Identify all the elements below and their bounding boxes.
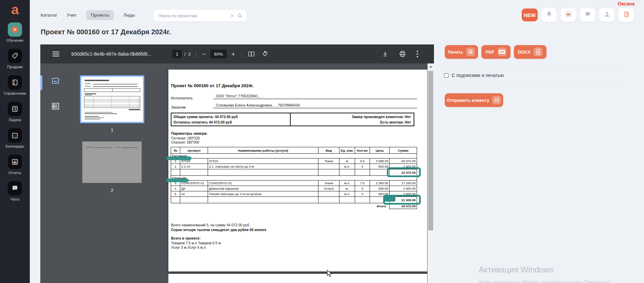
thumbnail-page-2[interactable]: [82, 142, 142, 183]
messages-button[interactable]: [580, 8, 595, 22]
username[interactable]: Оксана: [618, 1, 635, 6]
app-logo[interactable]: a: [11, 3, 19, 16]
doc-footer-line: Услуг 3 м.Услуг 6 м.п.: [171, 245, 266, 250]
search-icon[interactable]: [237, 13, 243, 18]
panel-divider: [445, 68, 620, 68]
sidebar-item-otchety[interactable]: Отчеты: [0, 155, 30, 181]
signatures-checkbox-row[interactable]: С подписями и печатью: [444, 73, 504, 78]
pdf-button-label: PDF: [486, 50, 495, 55]
pdf-body: 1 2 Проект № 000160 от 17 Декабря 2024г.…: [40, 63, 434, 283]
document-page-1: Проект № 000160 от 17 Декабря 2024г. Исп…: [168, 70, 427, 271]
clear-search-icon[interactable]: ✕: [230, 13, 234, 18]
measure-param: Гостиная: 180*220: [171, 136, 200, 140]
pdf-scrollbar: [428, 63, 434, 283]
tasks-icon: [8, 102, 22, 116]
user-icon: [603, 11, 611, 19]
pdf-filename: b50d65c1-8e4b-487e-8aba-0b86fd8...: [71, 51, 172, 57]
book-icon: [8, 75, 22, 90]
send-to-client-button[interactable]: Отправить клиенту: [445, 93, 503, 107]
windows-activation-watermark: Активация Windows: [479, 265, 554, 275]
sidebar: a Обучение Продажи Справочники Задачи: [0, 0, 30, 283]
printer-icon: [466, 48, 475, 56]
sidebar-item-label: Календарь: [5, 144, 24, 148]
calendar-icon: [8, 128, 22, 143]
zoom-level[interactable]: 60%: [210, 50, 227, 58]
download-icon[interactable]: [380, 49, 390, 59]
play-icon: [8, 22, 22, 37]
more-options-icon[interactable]: [415, 49, 420, 59]
document-page-2: [168, 274, 427, 283]
checkbox-icon[interactable]: [444, 73, 449, 78]
scroll-up-arrow[interactable]: [428, 63, 434, 69]
svg-text:W: W: [537, 51, 539, 54]
pdf-file-icon: pdf: [498, 48, 506, 56]
page-number-input[interactable]: [172, 50, 182, 58]
sidebar-item-zadachi[interactable]: Задачи: [0, 102, 30, 128]
thumbnail-view-icon[interactable]: [51, 76, 60, 87]
page-title: Проект № 000160 от 17 Декабря 2024г.: [41, 28, 171, 36]
profile-button[interactable]: [599, 8, 615, 22]
thumbnail-page-1-label: 1: [80, 127, 144, 133]
docx-button-label: DOCX: [518, 50, 531, 55]
zoom-in-button[interactable]: +: [230, 50, 236, 59]
sidebar-item-label: Чаты: [11, 197, 19, 201]
send-envelope-icon: [492, 96, 501, 105]
pdf-export-button[interactable]: PDF pdf: [481, 45, 511, 59]
summary-left-to-pay: Осталось оплатить 44 072.00 руб: [173, 119, 288, 125]
new-button[interactable]: NEW: [522, 8, 538, 21]
sidebar-item-obuchenie[interactable]: Обучение: [0, 22, 30, 49]
app-root: a Обучение Продажи Справочники Задачи: [0, 0, 644, 283]
highlight-strip-gostinaya: [166, 156, 191, 160]
page-separator: /: [184, 52, 186, 57]
chat-icon: [8, 181, 22, 195]
sidebar-item-chaty[interactable]: Чаты: [0, 181, 30, 208]
sidebar-item-label: Задачи: [9, 118, 21, 122]
envelope-icon: [565, 11, 572, 19]
project-search: ✕: [153, 10, 247, 21]
measure-params-title: Параметры замера:: [171, 131, 208, 135]
customer-label: Заказчик: [171, 105, 186, 109]
tab-proekty[interactable]: Проекты: [86, 10, 114, 20]
outline-view-icon[interactable]: [51, 102, 60, 112]
sidebar-item-label: Обучение: [6, 38, 23, 42]
word-file-icon: W: [534, 48, 542, 56]
thumbnail-page-1[interactable]: [80, 75, 144, 123]
send-button-label: Отправить клиенту: [447, 98, 489, 103]
print-button[interactable]: Печать: [445, 45, 478, 59]
scrollbar-thumb[interactable]: [428, 71, 433, 230]
logout-icon: [623, 11, 630, 19]
summary-measured: Замер произведен клиентом: Нет: [293, 114, 411, 119]
sidebar-item-spravochniki[interactable]: Справочники: [0, 75, 30, 102]
summary-total: Общая сумма проекта: 44 072.00 руб: [173, 114, 288, 119]
mail-button[interactable]: [561, 8, 576, 22]
logout-button[interactable]: [619, 8, 634, 22]
print-icon[interactable]: [397, 49, 408, 59]
search-input[interactable]: [158, 13, 230, 18]
customer-value: Соловьёва Елена Александровна, , , 79278…: [213, 103, 417, 108]
doc-footer-line: Сорок четыре тысячи семьдесят два рубля …: [171, 228, 266, 232]
panel-divider: [445, 86, 620, 87]
pdf-toolbar: b50d65c1-8e4b-487e-8aba-0b86fd8... / 2 −…: [40, 44, 434, 63]
doc-footer: Всего наименований 5, на сумму 44 072.00…: [171, 223, 266, 250]
tab-lidy[interactable]: Лиды: [123, 10, 135, 20]
fit-to-page-icon[interactable]: [246, 49, 256, 59]
chart-icon: [8, 155, 22, 169]
sidebar-item-kalendar[interactable]: Календарь: [0, 128, 30, 155]
thumbnail-view-indicator: [40, 75, 42, 90]
zoom-out-button[interactable]: −: [201, 50, 207, 59]
tab-katalog[interactable]: Каталог: [41, 10, 57, 20]
docx-export-button[interactable]: DOCX W: [514, 45, 546, 59]
doc-footer-line: Всего наименований 5, на сумму 44 072.00…: [171, 223, 266, 228]
chat-bubble-icon: [584, 11, 591, 19]
checkbox-label: С подписями и печатью: [452, 73, 504, 78]
doc-items-table: №АртикулНаименование работы (услуги)ВидЕ…: [171, 147, 417, 209]
sidebar-item-prodazhi[interactable]: Продажи: [0, 49, 30, 75]
menu-icon[interactable]: [51, 50, 61, 58]
tab-uchet[interactable]: Учет: [67, 10, 77, 20]
toolbar-right-group: [380, 49, 434, 59]
executor-value: ООО "Лотос",7755322841, , ,: [213, 94, 417, 99]
highlight-box-subtotal-2: [383, 195, 421, 205]
rotate-icon[interactable]: [260, 49, 270, 59]
notifications-button[interactable]: [541, 8, 557, 22]
tag-icon: [8, 49, 22, 63]
